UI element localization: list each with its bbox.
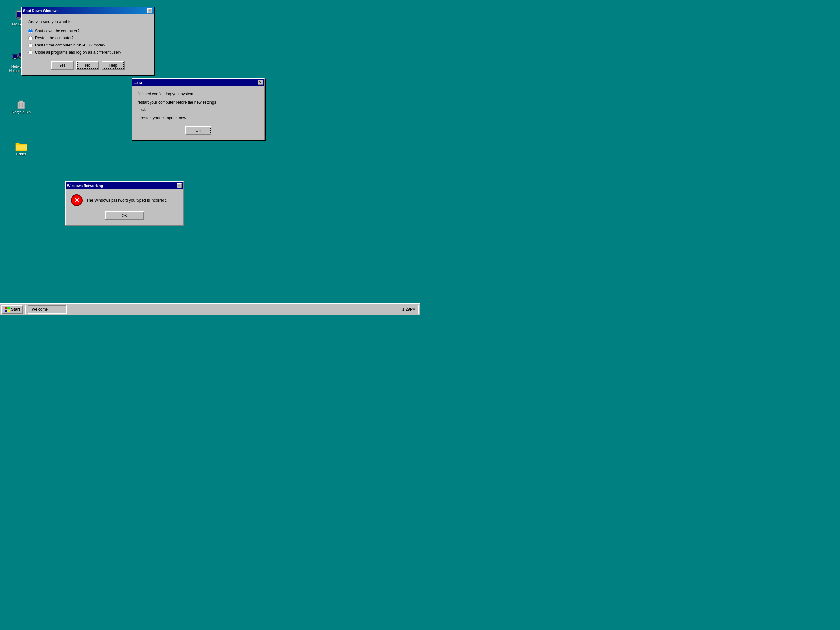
networking-dialog: Windows Networking ✕ ✕ The Windows passw… — [65, 182, 184, 226]
networking-content: ✕ The Windows password you typed is inco… — [66, 189, 183, 225]
shutdown-dialog: Shut Down Windows ✕ Are you sure you wan… — [21, 6, 155, 76]
recycle-bin-label: Recycle Bin — [12, 110, 30, 114]
shutdown-option-restart[interactable]: Restart the computer? — [28, 36, 147, 40]
svg-rect-18 — [19, 101, 23, 102]
windows-logo — [5, 307, 10, 312]
system-change-line2: restart your computer before the new set… — [137, 99, 259, 105]
networking-close-button[interactable]: ✕ — [177, 183, 182, 188]
taskbar: Start Welcome 1:29PM — [0, 303, 420, 315]
svg-marker-24 — [16, 143, 20, 144]
system-change-dialog: ...ing ✕ finished configuring your syste… — [132, 78, 265, 141]
taskbar-separator — [25, 305, 26, 314]
shutdown-option-shutdown[interactable]: Shut down the computer? — [28, 28, 147, 33]
shutdown-option-restart-dos-label: Restart the computer in MS-DOS mode? — [35, 43, 105, 47]
networking-title: Windows Networking — [67, 184, 103, 188]
folder-svg — [15, 140, 27, 152]
system-change-ok-container: OK — [137, 126, 259, 134]
system-change-line4: o restart your computer now. — [137, 115, 259, 121]
shutdown-yes-button[interactable]: Yes — [51, 61, 74, 69]
taskbar-clock: 1:29PM — [399, 305, 419, 314]
shutdown-option-logoff[interactable]: Close all programs and log on as a diffe… — [28, 50, 147, 55]
shutdown-radio-logoff[interactable] — [28, 51, 33, 55]
recycle-svg — [15, 98, 27, 110]
shutdown-radio-shutdown[interactable] — [28, 29, 33, 33]
shutdown-buttons: Yes No Help — [28, 61, 147, 69]
networking-ok-button[interactable]: OK — [105, 211, 144, 220]
shutdown-option-logoff-label: Close all programs and log on as a diffe… — [35, 50, 121, 55]
recycle-bin-icon[interactable]: Recycle Bin — [10, 98, 33, 114]
shutdown-radio-restart-dos[interactable] — [28, 43, 33, 47]
system-change-close-button[interactable]: ✕ — [258, 80, 263, 85]
svg-rect-6 — [13, 55, 17, 58]
system-change-ok-button[interactable]: OK — [185, 126, 211, 134]
networking-titlebar: Windows Networking ✕ — [66, 182, 183, 189]
shutdown-title: Shut Down Windows — [23, 9, 58, 13]
networking-message: The Windows password you typed is incorr… — [87, 198, 167, 202]
shutdown-no-button[interactable]: No — [76, 61, 99, 69]
shutdown-option-shutdown-label: Shut down the computer? — [35, 28, 80, 33]
system-change-line1: finished configuring your system. — [137, 91, 259, 97]
svg-rect-25 — [16, 144, 27, 145]
system-change-title: ...ing — [134, 80, 142, 84]
networking-message-row: ✕ The Windows password you typed is inco… — [71, 194, 178, 206]
shutdown-help-button[interactable]: Help — [102, 61, 125, 69]
shutdown-option-restart-dos[interactable]: Restart the computer in MS-DOS mode? — [28, 43, 147, 47]
shutdown-close-button[interactable]: ✕ — [147, 8, 152, 13]
folder-label: Folder — [16, 152, 26, 156]
folder-icon[interactable]: Folder — [10, 140, 33, 156]
shutdown-radio-restart[interactable] — [28, 36, 33, 40]
system-change-line3: ffect. — [137, 107, 259, 112]
shutdown-content: Are you sure you want to: Shut down the … — [22, 14, 154, 75]
error-icon: ✕ — [71, 194, 82, 206]
start-label: Start — [11, 307, 20, 312]
taskbar-welcome-item[interactable]: Welcome — [28, 305, 66, 314]
networking-ok-container: OK — [71, 211, 178, 220]
shutdown-titlebar: Shut Down Windows ✕ — [22, 7, 154, 14]
shutdown-prompt: Are you sure you want to: — [28, 19, 147, 24]
system-change-titlebar: ...ing ✕ — [132, 79, 264, 86]
start-button[interactable]: Start — [1, 305, 23, 314]
shutdown-option-restart-label: Restart the computer? — [35, 36, 74, 40]
system-change-content: finished configuring your system. restar… — [132, 86, 264, 140]
svg-rect-7 — [14, 58, 16, 59]
